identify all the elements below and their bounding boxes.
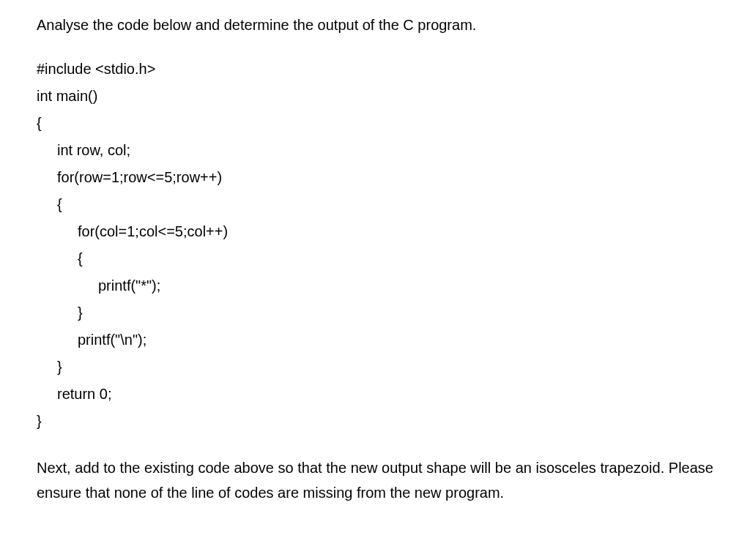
code-line-brace-open: { [37,110,713,137]
code-line-printf-star: printf("*"); [37,272,713,299]
followup-prompt: Next, add to the existing code above so … [37,455,713,505]
code-line-brace-open-row: { [37,191,713,218]
code-line-for-col: for(col=1;col<=5;col++) [37,218,713,245]
code-line-brace-open-col: { [37,245,713,272]
code-line-brace-close-main: } [37,408,713,435]
code-line-main: int main() [37,83,713,110]
code-line-return: return 0; [37,381,713,408]
code-line-declare: int row, col; [37,137,713,164]
code-line-brace-close-row: } [37,354,713,381]
code-line-brace-close-col: } [37,299,713,326]
code-line-for-row: for(row=1;row<=5;row++) [37,164,713,191]
code-line-include: #include <stdio.h> [37,56,713,83]
code-block: #include <stdio.h> int main() { int row,… [37,56,713,435]
question-prompt: Analyse the code below and determine the… [37,15,713,35]
code-line-printf-newline: printf("\n"); [37,326,713,354]
